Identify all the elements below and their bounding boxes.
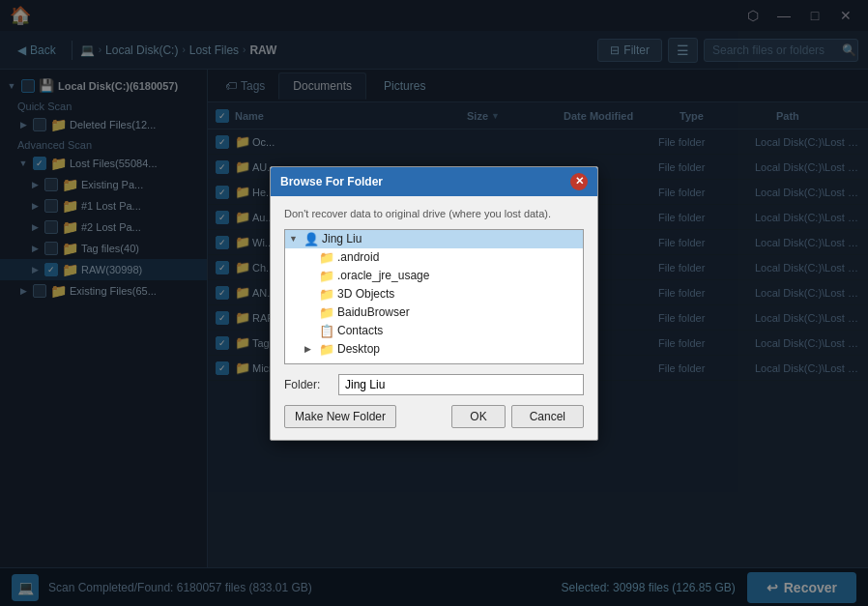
dtree-label-contacts: Contacts: [337, 324, 383, 337]
dialog-overlay: Browse For Folder ✕ Don't recover data t…: [0, 0, 868, 606]
dialog-bottom: Make New Folder OK Cancel: [284, 405, 584, 428]
dialog-title: Browse For Folder: [280, 175, 383, 188]
dialog-folder-tree[interactable]: ▼ 👤 Jing Liu 📁 .android 📁 .oracle_jre_us…: [284, 229, 584, 364]
user-icon: 👤: [304, 232, 319, 246]
dtree-label-3dobjects: 3D Objects: [337, 287, 394, 301]
folder-input[interactable]: [338, 374, 584, 395]
dialog-ok-button[interactable]: OK: [451, 405, 505, 428]
dtree-label-oracle: .oracle_jre_usage: [337, 269, 429, 282]
dialog-action-buttons: OK Cancel: [451, 405, 584, 428]
dialog-title-bar: Browse For Folder ✕: [271, 167, 597, 196]
dialog-warning-text: Don't recover data to original drive (wh…: [284, 208, 584, 219]
dtree-item-jing-liu[interactable]: ▼ 👤 Jing Liu: [285, 230, 583, 248]
browse-for-folder-dialog: Browse For Folder ✕ Don't recover data t…: [270, 166, 598, 441]
dtree-item-3dobjects[interactable]: 📁 3D Objects: [285, 285, 583, 303]
folder-icon-desktop: 📁: [319, 342, 334, 357]
dtree-item-oracle[interactable]: 📁 .oracle_jre_usage: [285, 267, 583, 285]
dtree-arrow-desktop: ▶: [304, 344, 316, 354]
folder-icon-oracle: 📁: [319, 269, 334, 283]
dtree-item-baidubrowser[interactable]: 📁 BaiduBrowser: [285, 303, 583, 322]
folder-icon-android: 📁: [319, 250, 334, 265]
folder-icon-baidubrowser: 📁: [319, 305, 334, 320]
folder-label: Folder:: [284, 378, 333, 391]
dtree-label-desktop: Desktop: [337, 342, 380, 356]
dialog-body: Don't recover data to original drive (wh…: [271, 196, 597, 440]
dtree-label-jing-liu: Jing Liu: [322, 232, 362, 245]
dtree-item-android[interactable]: 📁 .android: [285, 248, 583, 267]
dialog-cancel-button[interactable]: Cancel: [511, 405, 584, 428]
make-new-folder-button[interactable]: Make New Folder: [284, 405, 396, 428]
folder-icon-3dobjects: 📁: [319, 287, 334, 302]
dialog-close-button[interactable]: ✕: [570, 173, 588, 190]
dtree-label-android: .android: [337, 250, 379, 264]
dtree-arrow-jing-liu: ▼: [289, 234, 301, 244]
dtree-item-desktop[interactable]: ▶ 📁 Desktop: [285, 340, 583, 359]
contacts-icon: 📋: [319, 324, 334, 338]
dtree-label-baidubrowser: BaiduBrowser: [337, 305, 410, 319]
dtree-item-contacts[interactable]: 📋 Contacts: [285, 322, 583, 340]
folder-row: Folder:: [284, 374, 584, 395]
